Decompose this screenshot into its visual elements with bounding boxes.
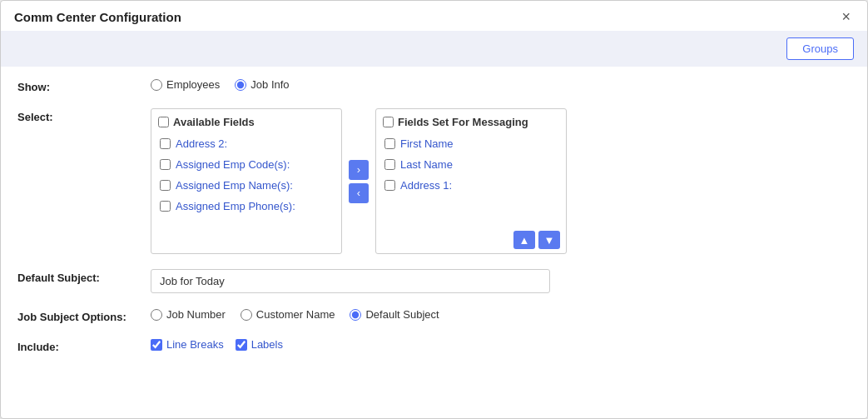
move-up-button[interactable]: ▲ [513,231,535,249]
transfer-left-button[interactable]: ‹ [349,183,369,203]
list-item[interactable]: Assigned Emp Name(s): [155,175,338,196]
list-item[interactable]: Assigned Emp Code(s): [155,154,338,175]
chevron-right-icon: › [357,163,360,176]
labels-checkbox[interactable] [236,339,247,351]
default-subject-content [151,269,851,293]
radio-employees-label: Employees [166,78,220,91]
available-fields-header-checkbox[interactable] [158,117,169,127]
show-row: Show: Employees Job Info [17,78,851,93]
item-checkbox-firstname[interactable] [384,138,395,149]
messaging-fields-header-label: Fields Set For Messaging [398,116,528,128]
radio-jobinfo[interactable]: Job Info [235,78,289,91]
radio-defaultsubject-label: Default Subject [365,308,439,321]
available-fields-header-label: Available Fields [173,116,255,128]
radio-defaultsubject[interactable]: Default Subject [350,308,439,321]
available-fields-header: Available Fields [155,114,338,133]
right-panel-wrapper: Fields Set For Messaging First Name Last… [375,108,567,254]
radio-customername-label: Customer Name [256,308,335,321]
down-arrow-icon: ▼ [544,234,555,247]
radio-employees-input[interactable] [151,79,162,91]
item-label-address2: Address 2: [176,137,227,150]
messaging-fields-header-checkbox[interactable] [383,117,394,127]
transfer-buttons: › ‹ [349,160,369,203]
radio-customername[interactable]: Customer Name [241,308,335,321]
transfer-right-button[interactable]: › [349,160,369,180]
form-body: Show: Employees Job Info Select: [1,70,867,385]
radio-jobnumber-input[interactable] [151,309,162,321]
item-checkbox-empphone[interactable] [160,201,171,212]
item-checkbox-empname[interactable] [160,180,171,191]
list-item[interactable]: Last Name [379,154,563,175]
close-button[interactable]: × [838,9,854,24]
job-subject-options-content: Job Number Customer Name Default Subject [151,308,851,321]
radio-jobnumber[interactable]: Job Number [151,308,226,321]
list-item[interactable]: Assigned Emp Phone(s): [155,196,338,217]
include-label: Include: [17,338,151,353]
radio-jobinfo-label: Job Info [250,78,289,91]
include-row: Include: Line Breaks Labels [17,338,851,353]
radio-jobnumber-label: Job Number [166,308,226,321]
groups-button[interactable]: Groups [786,37,854,60]
up-down-buttons: ▲ ▼ [513,231,560,249]
dialog-title: Comm Center Configuration [14,10,181,24]
linebreaks-label: Line Breaks [166,338,224,351]
select-row: Select: Available Fields Address 2: [17,108,851,254]
default-subject-label: Default Subject: [17,269,151,284]
show-radio-group: Employees Job Info [151,78,290,91]
select-content: Available Fields Address 2: Assigned Emp… [151,108,851,254]
radio-employees[interactable]: Employees [151,78,220,91]
item-checkbox-address1[interactable] [384,180,395,191]
labels-label: Labels [251,338,283,351]
include-checkbox-group: Line Breaks Labels [151,338,283,351]
select-label: Select: [17,108,151,123]
item-label-empphone: Assigned Emp Phone(s): [176,200,295,212]
select-panels: Available Fields Address 2: Assigned Emp… [151,108,567,254]
job-subject-options-row: Job Subject Options: Job Number Customer… [17,308,851,323]
default-subject-input[interactable] [151,269,550,293]
show-label: Show: [17,78,151,93]
title-bar: Comm Center Configuration × [1,1,867,31]
job-subject-options-label: Job Subject Options: [17,308,151,323]
item-label-empcode: Assigned Emp Code(s): [176,158,290,171]
job-subject-radio-group: Job Number Customer Name Default Subject [151,308,439,321]
radio-customername-input[interactable] [241,309,252,321]
list-item[interactable]: First Name [379,133,563,154]
available-fields-box[interactable]: Available Fields Address 2: Assigned Emp… [151,108,342,254]
item-checkbox-lastname[interactable] [384,159,395,170]
toolbar-strip: Groups [1,31,867,67]
linebreaks-checkbox[interactable] [151,339,162,351]
item-label-empname: Assigned Emp Name(s): [176,179,293,192]
include-content: Line Breaks Labels [151,338,851,351]
default-subject-row: Default Subject: [17,269,851,293]
radio-jobinfo-input[interactable] [235,79,246,91]
dialog: Comm Center Configuration × Groups Show:… [0,0,868,419]
item-label-firstname: First Name [400,137,454,150]
item-checkbox-empcode[interactable] [160,159,171,170]
show-content: Employees Job Info [151,78,851,91]
up-arrow-icon: ▲ [519,234,530,247]
checkbox-linebreaks[interactable]: Line Breaks [151,338,224,351]
messaging-fields-header: Fields Set For Messaging [379,114,563,133]
chevron-left-icon: ‹ [357,187,360,199]
item-label-address1: Address 1: [400,179,452,192]
list-item[interactable]: Address 2: [155,133,338,154]
checkbox-labels[interactable]: Labels [236,338,283,351]
item-label-lastname: Last Name [400,158,453,171]
radio-defaultsubject-input[interactable] [350,309,361,321]
item-checkbox-address2[interactable] [160,138,171,149]
move-down-button[interactable]: ▼ [538,231,560,249]
list-item[interactable]: Address 1: [379,175,563,196]
